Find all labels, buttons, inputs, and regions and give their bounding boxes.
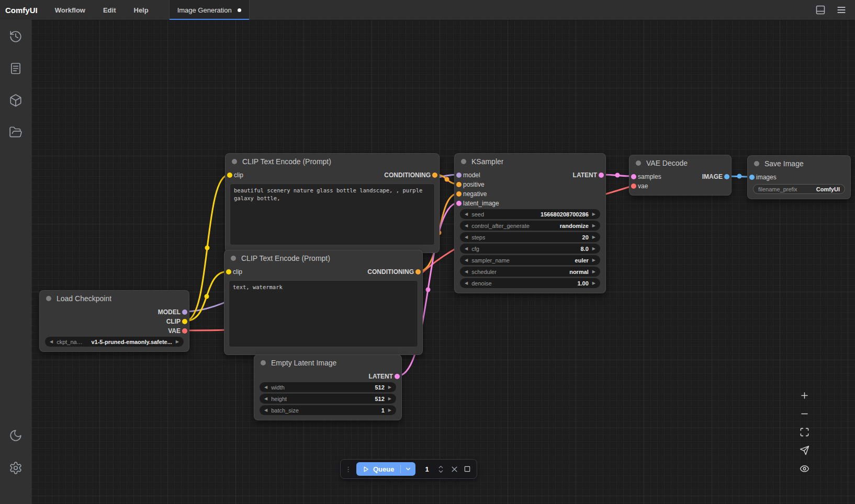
fit-view-button[interactable] (796, 425, 812, 439)
widget-ckpt_name[interactable]: ◀ckpt_namev1-5-pruned-emaonly.safete...▶ (45, 337, 184, 347)
node-title-bar[interactable]: VAE Decode (629, 155, 731, 171)
sidebar-item-node-library[interactable] (5, 58, 26, 79)
input-slot-vae[interactable] (631, 184, 636, 189)
node-ksampler[interactable]: KSamplermodelLATENTpositivenegativelaten… (454, 153, 606, 293)
panel-bottom-icon (815, 5, 826, 15)
widget-height[interactable]: ◀height512▶ (260, 394, 396, 404)
bottom-panel-toggle-button[interactable] (815, 5, 826, 15)
queue-bar-drag-handle[interactable]: ⋮ (344, 465, 352, 473)
batch-count-stepper[interactable]: 1 (420, 462, 446, 476)
increment-arrow-icon[interactable]: ▶ (388, 385, 391, 390)
decrement-arrow-icon[interactable]: ◀ (465, 258, 468, 262)
increment-arrow-icon[interactable]: ▶ (592, 281, 595, 285)
decrement-arrow-icon[interactable]: ◀ (264, 396, 267, 401)
widget-denoise[interactable]: ◀denoise1.00▶ (460, 278, 600, 288)
input-slot-clip[interactable] (227, 173, 232, 178)
decrement-arrow-icon[interactable]: ◀ (465, 246, 468, 251)
input-slot-latent_image[interactable] (456, 201, 462, 206)
node-load-checkpoint[interactable]: Load CheckpointMODELCLIPVAE◀ckpt_namev1-… (39, 290, 189, 352)
active-tab-underline (170, 19, 249, 20)
node-title-bar[interactable]: Empty Latent Image (254, 355, 401, 371)
prompt-textarea[interactable]: text, watermark (229, 280, 418, 347)
toggle-link-visibility-button[interactable] (796, 443, 812, 457)
node-empty-latent-image[interactable]: Empty Latent ImageLATENT◀width512▶◀heigh… (254, 354, 402, 420)
workflow-tab-image-generation[interactable]: Image Generation (169, 0, 250, 20)
decrement-arrow-icon[interactable]: ◀ (465, 235, 468, 239)
node-clip-text-encode-positive[interactable]: CLIP Text Encode (Prompt)clipCONDITIONIN… (225, 153, 440, 253)
main-menu-button[interactable] (836, 5, 847, 15)
queue-options-chevron[interactable] (401, 462, 415, 476)
decrement-arrow-icon[interactable]: ◀ (264, 385, 267, 390)
prompt-textarea[interactable]: beautiful scenery nature glass bottle la… (230, 184, 435, 245)
node-title: Load Checkpoint (57, 294, 111, 303)
x-icon (450, 465, 459, 474)
widget-steps[interactable]: ◀steps20▶ (460, 232, 600, 242)
output-slot-IMAGE[interactable] (724, 174, 729, 179)
sidebar-item-workflows[interactable] (5, 122, 26, 143)
input-slot-negative[interactable] (456, 191, 462, 197)
decrement-arrow-icon[interactable]: ◀ (465, 269, 468, 274)
widget-sampler_name[interactable]: ◀sampler_nameeuler▶ (460, 255, 600, 265)
input-slot-clip[interactable] (226, 269, 231, 274)
node-title-bar[interactable]: CLIP Text Encode (Prompt) (224, 250, 422, 266)
widget-filename_prefix[interactable]: filename_prefixComfyUI (753, 184, 845, 194)
queue-button[interactable]: Queue (356, 462, 415, 476)
sidebar-item-theme-toggle[interactable] (5, 425, 26, 446)
input-slot-samples[interactable] (631, 174, 636, 179)
widget-control_after_generate[interactable]: ◀control_after_generaterandomize▶ (460, 221, 600, 231)
zoom-out-button[interactable] (796, 406, 812, 421)
sidebar-item-settings[interactable] (5, 457, 26, 478)
node-title-bar[interactable]: CLIP Text Encode (Prompt) (226, 154, 439, 169)
widget-label: sampler_name (471, 257, 510, 264)
output-slot-CONDITIONING[interactable] (432, 173, 437, 178)
increment-arrow-icon[interactable]: ▶ (592, 223, 595, 228)
output-slot-MODEL[interactable] (182, 310, 187, 315)
input-slot-positive[interactable] (456, 182, 462, 187)
menu-edit[interactable]: Edit (94, 0, 125, 20)
node-save-image[interactable]: Save Imageimagesfilename_prefixComfyUI (747, 155, 851, 199)
input-slot-images[interactable] (749, 175, 755, 180)
increment-icon[interactable] (438, 465, 444, 469)
zoom-in-button[interactable] (796, 388, 812, 403)
decrement-arrow-icon[interactable]: ◀ (264, 408, 267, 413)
interrupt-button[interactable] (450, 465, 459, 474)
focus-mode-button[interactable] (796, 461, 812, 476)
widget-batch_size[interactable]: ◀batch_size1▶ (260, 405, 396, 415)
decrement-arrow-icon[interactable]: ◀ (50, 339, 53, 344)
output-slot-LATENT[interactable] (395, 374, 400, 379)
sidebar-item-workflow-history[interactable] (5, 26, 26, 47)
output-slot-VAE[interactable] (182, 328, 187, 334)
increment-arrow-icon[interactable]: ▶ (592, 235, 595, 239)
decrement-arrow-icon[interactable]: ◀ (465, 212, 468, 216)
increment-arrow-icon[interactable]: ▶ (592, 246, 595, 251)
output-slot-CLIP[interactable] (182, 319, 187, 324)
sidebar-item-model-library[interactable] (5, 90, 26, 111)
decrement-arrow-icon[interactable]: ◀ (465, 223, 468, 228)
increment-arrow-icon[interactable]: ▶ (592, 269, 595, 274)
input-slot-model[interactable] (456, 173, 462, 178)
increment-arrow-icon[interactable]: ▶ (388, 396, 391, 401)
notebook-icon (9, 62, 22, 75)
widget-value: ComfyUI (816, 186, 840, 192)
clear-queue-button[interactable] (463, 465, 471, 473)
app-logo: ComfyUI (0, 0, 46, 20)
widget-seed[interactable]: ◀seed156680208700286▶ (460, 209, 600, 219)
decrement-icon[interactable] (438, 469, 444, 474)
node-title-bar[interactable]: KSampler (455, 154, 605, 169)
menu-workflow[interactable]: Workflow (46, 0, 94, 20)
menu-help[interactable]: Help (125, 0, 158, 20)
node-clip-text-encode-negative[interactable]: CLIP Text Encode (Prompt)clipCONDITIONIN… (224, 250, 423, 355)
increment-arrow-icon[interactable]: ▶ (592, 212, 595, 216)
widget-width[interactable]: ◀width512▶ (260, 382, 396, 392)
node-vae-decode[interactable]: VAE DecodesamplesIMAGEvae (629, 155, 732, 196)
output-slot-LATENT[interactable] (599, 173, 604, 178)
decrement-arrow-icon[interactable]: ◀ (465, 281, 468, 285)
output-slot-CONDITIONING[interactable] (415, 269, 421, 274)
widget-cfg[interactable]: ◀cfg8.0▶ (460, 244, 600, 254)
increment-arrow-icon[interactable]: ▶ (176, 339, 179, 344)
node-title-bar[interactable]: Save Image (748, 156, 850, 171)
node-title-bar[interactable]: Load Checkpoint (40, 291, 189, 306)
widget-scheduler[interactable]: ◀schedulernormal▶ (460, 267, 600, 277)
increment-arrow-icon[interactable]: ▶ (592, 258, 595, 262)
increment-arrow-icon[interactable]: ▶ (388, 408, 391, 413)
